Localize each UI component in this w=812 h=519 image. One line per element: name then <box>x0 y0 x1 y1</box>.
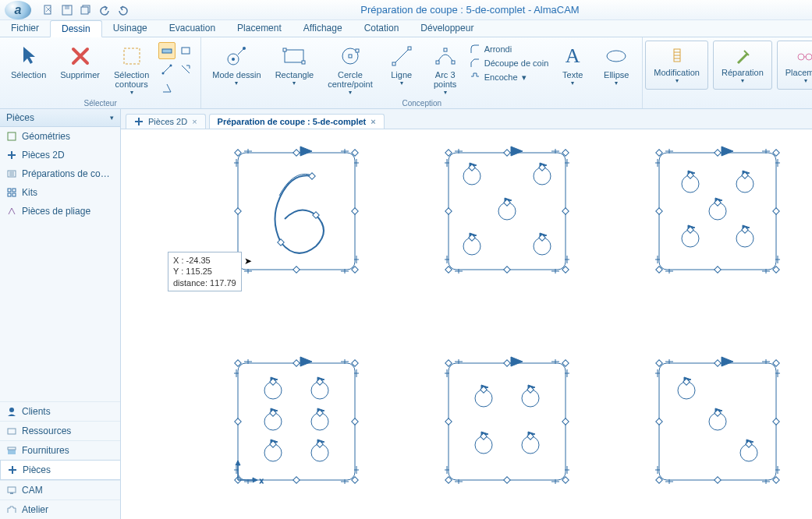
chevron-down-icon: ▾ <box>444 89 447 96</box>
chevron-down-icon: ▾ <box>400 79 403 86</box>
svg-rect-37 <box>8 447 16 450</box>
ligne-label: Ligne <box>391 70 412 79</box>
tool-point-icon[interactable] <box>158 42 176 59</box>
qat-saveall-icon[interactable] <box>79 3 93 17</box>
canvas-svg: x <box>121 129 812 519</box>
menu-tab-dessin[interactable]: Dessin <box>50 20 102 37</box>
selection-label: Sélection <box>11 70 46 79</box>
rectangle-button[interactable]: Rectangle ▾ <box>271 41 319 90</box>
die-4 <box>445 147 569 274</box>
sidebar-header-label: Pièces <box>6 112 34 123</box>
svg-rect-21 <box>436 61 439 64</box>
sidebar-top-list: Géométries Pièces 2D Préparations de co…… <box>0 127 120 221</box>
svg-rect-14 <box>283 48 286 51</box>
doc-tab-label: Préparation de coupe : 5-de-complet <box>218 117 367 126</box>
cercle-label: Cercle centre/point <box>328 70 372 89</box>
sidebar-item-clients[interactable]: Clients <box>0 401 120 421</box>
sidebar-item-pieces2d[interactable]: Pièces 2D <box>0 146 120 164</box>
decoupe-label: Découpe de coin <box>484 58 549 68</box>
ribbon-group-selecteur: Sélection Supprimer Sélection contours ▾… <box>0 37 201 108</box>
modification-icon <box>669 46 685 68</box>
die-5 <box>655 147 780 274</box>
svg-rect-13 <box>285 50 303 62</box>
svg-rect-17 <box>349 55 352 58</box>
ligne-button[interactable]: Ligne ▾ <box>382 41 421 90</box>
svg-rect-15 <box>302 61 305 64</box>
chevron-down-icon[interactable]: ▾ <box>110 114 114 122</box>
sidebar-item-preparations[interactable]: Préparations de co… <box>0 164 120 183</box>
sidebar-item-ressources[interactable]: Ressources <box>0 421 120 440</box>
shape-tools-stack: Arrondi Découpe de coin Encoche▾ <box>470 41 549 83</box>
ellipse-icon <box>605 44 628 69</box>
arrondi-button[interactable]: Arrondi <box>470 44 549 55</box>
sidebar-item-label: Pièces 2D <box>22 150 65 161</box>
modification-label: Modification <box>654 68 700 77</box>
sidebar-item-label: Fournitures <box>22 445 69 456</box>
sidebar-item-fournitures[interactable]: Fournitures <box>0 440 120 460</box>
sidebar-item-cam[interactable]: CAM <box>0 480 120 500</box>
sidebar-item-label: Ressources <box>22 425 71 436</box>
qat-save-icon[interactable] <box>60 3 74 17</box>
sel-contours-button[interactable]: Sélection contours ▾ <box>109 41 154 99</box>
chevron-down-icon: ▾ <box>675 77 679 84</box>
close-icon[interactable]: × <box>192 117 197 126</box>
doc-tab-label: Pièces 2D <box>148 117 187 126</box>
menu-tab-affichage[interactable]: Affichage <box>293 20 353 37</box>
drawing-canvas[interactable]: x X <box>121 129 812 519</box>
sidebar-item-kits[interactable]: Kits <box>0 183 120 202</box>
arc-button[interactable]: Arc 3 points ▾ <box>426 41 465 99</box>
tool-diag2-icon[interactable] <box>177 61 194 78</box>
svg-point-11 <box>232 58 235 61</box>
tooltip-y: Y : 115.25 <box>173 266 236 277</box>
ellipse-button[interactable]: Ellipse ▾ <box>597 41 636 90</box>
coordinate-tooltip: X : -24.35 Y : 115.25 distance: 117.79 ➤ <box>168 252 242 291</box>
tool-diag1-icon[interactable] <box>158 61 176 78</box>
tool-empty <box>177 79 194 97</box>
decoupe-button[interactable]: Découpe de coin <box>470 58 549 69</box>
modification-button[interactable]: Modification ▾ <box>645 41 708 90</box>
doc-tab-pieces2d[interactable]: Pièces 2D × <box>126 114 206 129</box>
sidebar-item-geometries[interactable]: Géométries <box>0 127 120 146</box>
qat-redo-icon[interactable] <box>116 3 130 17</box>
reparation-button[interactable]: Réparation ▾ <box>713 41 772 90</box>
selector-tools-grid <box>158 41 194 97</box>
menu-tab-developpeur[interactable]: Développeur <box>410 20 484 37</box>
doc-tab-preparation[interactable]: Préparation de coupe : 5-de-complet × <box>209 114 385 129</box>
menu-tab-evacuation[interactable]: Evacuation <box>158 20 226 37</box>
canvas-area: Pièces 2D × Préparation de coupe : 5-de-… <box>121 109 812 519</box>
chevron-down-icon: ▾ <box>571 79 574 86</box>
qat-new-icon[interactable] <box>41 3 55 17</box>
menu-tab-usinage[interactable]: Usinage <box>102 20 158 37</box>
close-icon[interactable]: × <box>371 117 375 126</box>
encoche-label: Encoche <box>484 72 518 82</box>
chevron-down-icon: ▾ <box>293 79 296 86</box>
sidebar-item-pliage[interactable]: Pièces de pliage <box>0 202 120 221</box>
sidebar-item-pieces[interactable]: Pièces <box>0 460 120 480</box>
svg-rect-2 <box>65 5 69 9</box>
svg-rect-38 <box>8 487 16 493</box>
window-title: Préparation de coupe : 5-de-complet - Al… <box>133 4 807 16</box>
tool-angle-icon[interactable] <box>158 79 176 97</box>
mode-dessin-button[interactable]: Mode dessin ▾ <box>207 41 265 90</box>
app-menu-button[interactable]: a <box>5 1 31 19</box>
cercle-button[interactable]: Cercle centre/point ▾ <box>323 41 377 99</box>
sidebar-item-atelier[interactable]: Atelier <box>0 500 120 519</box>
qat-undo-icon[interactable] <box>98 3 112 17</box>
menu-tab-fichier[interactable]: Fichier <box>0 20 50 37</box>
menu-bar: Fichier Dessin Usinage Evacuation Placem… <box>0 20 812 37</box>
ribbon-group-conception: Mode dessin ▾ Rectangle ▾ Cercle centre/… <box>201 37 643 108</box>
menu-tab-placement[interactable]: Placement <box>226 20 293 37</box>
tooltip-x: X : -24.35 <box>173 255 236 266</box>
svg-rect-35 <box>8 429 16 434</box>
document-tabs: Pièces 2D × Préparation de coupe : 5-de-… <box>121 109 812 129</box>
svg-text:x: x <box>260 477 264 485</box>
svg-rect-19 <box>392 62 395 65</box>
delete-button[interactable]: Supprimer <box>55 41 105 83</box>
tool-rect-icon[interactable] <box>177 42 194 59</box>
menu-tab-cotation[interactable]: Cotation <box>353 20 410 37</box>
selection-button[interactable]: Sélection <box>6 41 51 83</box>
texte-button[interactable]: A Texte ▾ <box>553 41 592 90</box>
tooltip-distance: distance: 117.79 <box>173 277 236 288</box>
placement-button[interactable]: Placement ▾ <box>777 41 812 90</box>
encoche-button[interactable]: Encoche▾ <box>470 72 549 83</box>
